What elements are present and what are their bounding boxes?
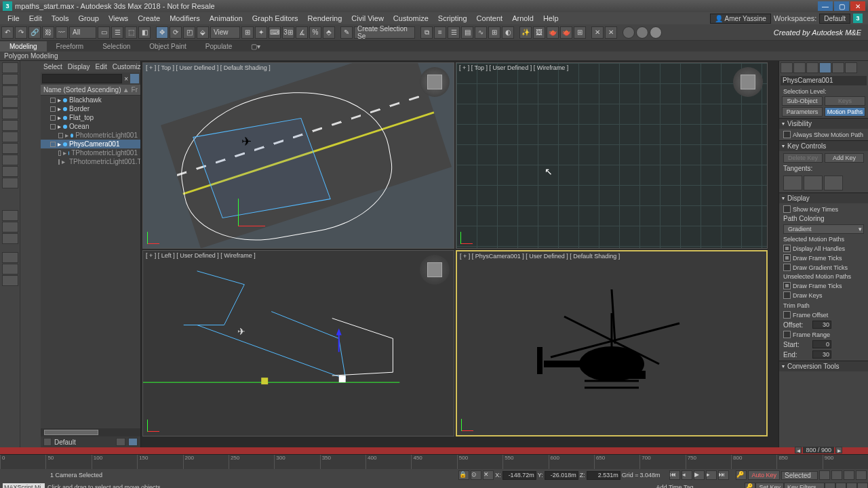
x-coord-input[interactable] bbox=[502, 471, 536, 480]
tangent-type-1[interactable] bbox=[783, 176, 802, 190]
viewport-label-br[interactable]: [ + ] [ PhysCamera001 ] [ User Defined ]… bbox=[460, 253, 620, 260]
sphere-preview-2[interactable] bbox=[636, 26, 648, 39]
viewport-top-wireframe[interactable]: [ + ] [ Top ] [ User Defined ] [ Wirefra… bbox=[456, 62, 768, 249]
frame-range-radio[interactable]: Frame Range bbox=[783, 331, 864, 338]
nav-maximize-icon[interactable] bbox=[857, 483, 868, 488]
scene-tab-edit[interactable]: Edit bbox=[96, 63, 107, 70]
curve-editor-button[interactable]: ∿ bbox=[475, 26, 487, 39]
add-time-tag[interactable]: Add Time Tag bbox=[652, 484, 698, 488]
ribbon-tab-selection[interactable]: Selection bbox=[93, 41, 140, 52]
tool-misc-1[interactable]: ✕ bbox=[591, 26, 604, 39]
menu-graph-editors[interactable]: Graph Editors bbox=[248, 14, 303, 22]
set-key-button[interactable]: Set Key bbox=[755, 483, 784, 488]
show-key-times-check[interactable]: Show Key Times bbox=[783, 205, 864, 213]
left-tool-10[interactable] bbox=[2, 166, 18, 177]
scene-filter-icon[interactable] bbox=[130, 74, 139, 83]
visibility-toggle-icon[interactable] bbox=[50, 115, 56, 121]
frame-offset-radio[interactable]: Frame Offset bbox=[783, 311, 864, 319]
layer-dropdown[interactable]: Default bbox=[54, 439, 113, 446]
scene-node-tphotometriclight001[interactable]: ▸TPhotometricLight001 bbox=[41, 148, 140, 157]
viewport-label-bl[interactable]: [ + ] [ Left ] [ User Defined ] [ Wirefr… bbox=[146, 252, 256, 259]
parameters-button[interactable]: Parameters bbox=[782, 107, 823, 117]
nav-walk-icon[interactable] bbox=[835, 483, 846, 488]
draw-gradient-ticks-check[interactable]: Draw Gradient Ticks bbox=[783, 264, 864, 271]
visibility-toggle-icon[interactable] bbox=[58, 150, 61, 156]
prev-frame-button[interactable]: ◂ bbox=[682, 470, 692, 480]
menu-scripting[interactable]: Scripting bbox=[433, 14, 472, 22]
tangent-type-3[interactable] bbox=[824, 176, 843, 190]
left-tool-3[interactable] bbox=[2, 85, 18, 96]
snap-toggle-button[interactable]: 3⊞ bbox=[282, 26, 294, 39]
key-filters-button[interactable]: Key Filters... bbox=[784, 483, 825, 488]
ribbon-tab-modeling[interactable]: Modeling bbox=[0, 41, 47, 52]
left-tool-1[interactable] bbox=[2, 62, 18, 73]
scene-search-input[interactable] bbox=[42, 74, 122, 83]
display-tab-icon[interactable] bbox=[832, 62, 844, 73]
offset-spinner[interactable]: 30 bbox=[812, 321, 831, 329]
render-iterative-button[interactable]: 🫖 bbox=[560, 26, 572, 39]
track-left-icon[interactable]: ◂ bbox=[795, 447, 802, 453]
workspace-dropdown[interactable]: Default bbox=[819, 14, 850, 24]
mirror-button[interactable]: ⧉ bbox=[420, 26, 433, 39]
goto-start-button[interactable]: ⏮ bbox=[669, 470, 680, 480]
visibility-toggle-icon[interactable] bbox=[50, 98, 56, 103]
toggle-ribbon-button[interactable]: ▤ bbox=[461, 26, 473, 39]
selection-filter-dropdown[interactable]: All bbox=[69, 26, 96, 39]
select-move-button[interactable]: ✥ bbox=[156, 26, 168, 39]
key-controls-rollout[interactable]: Key Controls bbox=[779, 140, 868, 151]
utilities-tab-icon[interactable] bbox=[845, 62, 857, 73]
left-tool-14[interactable] bbox=[2, 233, 18, 244]
select-rotate-button[interactable]: ⟳ bbox=[170, 26, 182, 39]
ribbon-tab-freeform[interactable]: Freeform bbox=[47, 41, 94, 52]
nav-fov-icon[interactable] bbox=[856, 470, 867, 480]
nav-orbit-icon[interactable] bbox=[846, 483, 857, 488]
scene-node-border[interactable]: ▸Border bbox=[41, 104, 140, 113]
expand-icon[interactable]: ▸ bbox=[62, 158, 65, 165]
menu-modifiers[interactable]: Modifiers bbox=[165, 14, 205, 22]
scene-node-flat-top[interactable]: ▸Flat_top bbox=[41, 113, 140, 122]
motion-tab-icon[interactable] bbox=[819, 62, 831, 73]
delete-key-button[interactable]: Delete Key bbox=[783, 153, 823, 163]
ribbon-tab-object-paint[interactable]: Object Paint bbox=[140, 41, 195, 52]
bind-spacewarp-button[interactable]: 〰 bbox=[56, 26, 68, 39]
visibility-rollout[interactable]: Visibility bbox=[779, 118, 868, 129]
always-show-check[interactable]: Always Show Motion Path bbox=[783, 131, 864, 138]
play-button[interactable]: ▶ bbox=[694, 470, 705, 480]
viewport-label-tl[interactable]: [ + ] [ Top ] [ User Defined ] [ Default… bbox=[146, 64, 271, 71]
left-tool-6[interactable] bbox=[2, 120, 18, 131]
create-tab-icon[interactable] bbox=[781, 62, 793, 73]
nav-zoom-icon[interactable] bbox=[819, 470, 830, 480]
scene-node-ocean[interactable]: ▸Ocean bbox=[41, 122, 140, 131]
minimize-button[interactable]: — bbox=[818, 1, 833, 11]
redo-button[interactable]: ↷ bbox=[15, 26, 27, 39]
rendered-frame-button[interactable]: 🖼 bbox=[533, 26, 545, 39]
add-key-button[interactable]: Add Key bbox=[825, 153, 864, 163]
window-crossing-button[interactable]: ◧ bbox=[138, 26, 151, 39]
scene-node-photometriclight001[interactable]: ▸PhotometricLight001 bbox=[41, 131, 140, 140]
expand-icon[interactable]: ▸ bbox=[63, 149, 66, 157]
hierarchy-tab-icon[interactable] bbox=[806, 62, 818, 73]
y-coord-input[interactable] bbox=[545, 471, 578, 480]
next-frame-button[interactable]: ▸ bbox=[706, 470, 717, 480]
z-coord-input[interactable] bbox=[587, 471, 620, 480]
left-tool-9[interactable] bbox=[2, 155, 18, 165]
maxscript-listener[interactable]: MAXScript Mi bbox=[3, 483, 45, 489]
track-right-icon[interactable]: ▸ bbox=[835, 447, 842, 453]
viewport-left-wireframe[interactable]: ✈ [ + ] [ Left ] [ User Defined ] [ Wire… bbox=[142, 250, 454, 436]
expand-icon[interactable]: ▸ bbox=[58, 114, 61, 121]
spinner-snap-button[interactable]: ⬘ bbox=[323, 26, 335, 39]
menu-arnold[interactable]: Arnold bbox=[507, 14, 538, 22]
start-spinner[interactable]: 0 bbox=[812, 340, 831, 348]
expand-icon[interactable]: ▸ bbox=[58, 96, 61, 104]
left-tool-8[interactable] bbox=[2, 143, 18, 154]
left-tool-5[interactable] bbox=[2, 108, 18, 119]
tool-misc-2[interactable]: ✕ bbox=[605, 26, 617, 39]
sphere-preview-3[interactable] bbox=[650, 26, 662, 39]
conversion-tools-rollout[interactable]: Conversion Tools bbox=[779, 361, 868, 371]
viewport-top-shaded[interactable]: ✈ [ + ] [ Top ] [ User Defined ] [ Defau… bbox=[142, 62, 454, 249]
use-pivot-center-button[interactable]: ⊞ bbox=[241, 26, 254, 39]
timeline-ruler[interactable]: 0501001502002503003504004505005506006507… bbox=[0, 454, 868, 469]
expand-icon[interactable]: ▸ bbox=[58, 140, 61, 148]
viewport-camera[interactable]: [ + ] [ PhysCamera001 ] [ User Defined ]… bbox=[456, 250, 768, 436]
keys-button[interactable]: Keys bbox=[825, 96, 865, 106]
